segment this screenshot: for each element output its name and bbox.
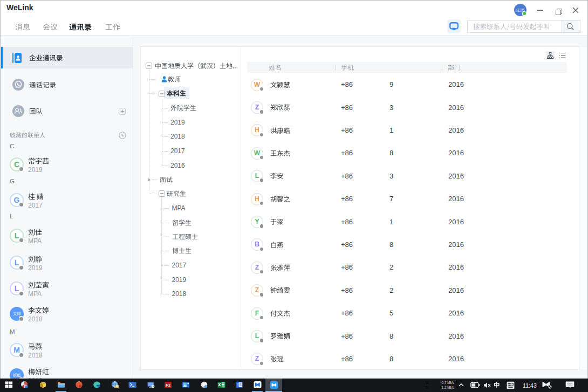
svg-text:Fz: Fz (166, 383, 170, 388)
